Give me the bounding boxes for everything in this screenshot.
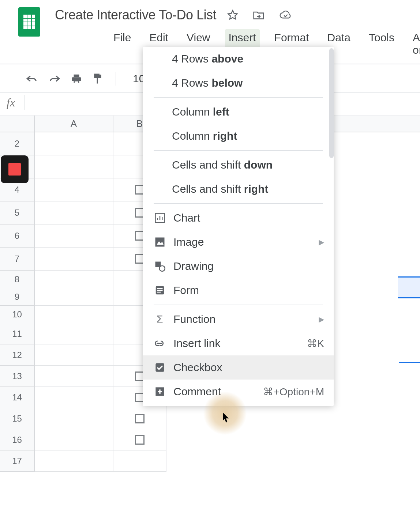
menu-separator <box>154 203 323 204</box>
move-folder-icon[interactable] <box>253 10 265 20</box>
row-header[interactable]: 7 <box>0 248 35 271</box>
link-icon <box>154 337 166 350</box>
insert-drawing[interactable]: Drawing <box>143 254 334 278</box>
insert-cells-shift-down[interactable]: Cells and shift down <box>143 153 334 177</box>
paint-format-icon[interactable] <box>92 73 103 84</box>
undo-icon[interactable] <box>26 74 38 83</box>
plus-icon <box>154 385 166 398</box>
insert-image[interactable]: Image ▶ <box>143 230 334 254</box>
drawing-icon <box>154 260 166 272</box>
cloud-saved-icon <box>279 10 292 20</box>
redo-icon[interactable] <box>48 74 61 83</box>
form-icon <box>154 284 166 297</box>
menu-file[interactable]: File <box>110 29 135 59</box>
recorder-badge <box>1 155 29 183</box>
star-icon[interactable] <box>227 10 238 20</box>
sheets-app-icon <box>18 7 40 37</box>
row-header[interactable]: 10 <box>0 306 35 323</box>
row-header[interactable]: 8 <box>0 271 35 288</box>
svg-point-5 <box>160 266 165 271</box>
selection-edge <box>399 362 420 363</box>
insert-checkbox[interactable]: Checkbox <box>143 355 334 380</box>
insert-rows-below[interactable]: 4 Rows below <box>143 71 334 95</box>
insert-column-left[interactable]: Column left <box>143 100 334 124</box>
mouse-cursor <box>222 412 230 423</box>
sigma-icon: Σ <box>154 313 166 325</box>
selection-indicator <box>398 276 420 298</box>
row-header[interactable]: 17 <box>0 450 35 472</box>
fx-label: fx <box>7 96 15 109</box>
print-icon[interactable] <box>71 73 82 84</box>
insert-comment[interactable]: Comment ⌘+Option+M <box>143 380 334 404</box>
document-title[interactable]: Create Interactive To-Do List <box>55 7 216 23</box>
checkbox-cell[interactable] <box>135 435 145 445</box>
svg-marker-0 <box>228 11 237 19</box>
svg-rect-7 <box>157 288 163 289</box>
menu-addons[interactable]: Add-ons <box>409 29 420 59</box>
row-header[interactable]: 9 <box>0 288 35 306</box>
row-header[interactable]: 15 <box>0 408 35 429</box>
row-header[interactable]: 13 <box>0 366 35 387</box>
insert-menu-dropdown: 4 Rows above 4 Rows below Column left Co… <box>143 47 334 406</box>
insert-function[interactable]: Σ Function ▶ <box>143 307 334 331</box>
insert-rows-above[interactable]: 4 Rows above <box>143 47 334 71</box>
row-header[interactable]: 5 <box>0 201 35 225</box>
checkbox-icon <box>154 361 166 374</box>
fx-divider <box>24 95 25 110</box>
insert-column-right[interactable]: Column right <box>143 124 334 148</box>
insert-form[interactable]: Form <box>143 278 334 302</box>
chevron-right-icon: ▶ <box>319 315 324 324</box>
image-icon <box>154 236 166 248</box>
insert-link[interactable]: Insert link ⌘K <box>143 331 334 355</box>
toolbar-separator <box>116 72 116 86</box>
row-header[interactable]: 14 <box>0 387 35 408</box>
insert-cells-shift-right[interactable]: Cells and shift right <box>143 177 334 201</box>
row-header[interactable]: 2 <box>0 132 35 155</box>
checkbox-cell[interactable] <box>135 414 145 423</box>
menu-separator <box>154 150 323 151</box>
row-header[interactable]: 16 <box>0 429 35 450</box>
insert-chart[interactable]: Chart <box>143 206 334 230</box>
svg-rect-9 <box>157 292 161 293</box>
chart-icon <box>154 212 166 224</box>
row-header[interactable]: 6 <box>0 225 35 248</box>
svg-rect-2 <box>155 238 165 247</box>
menu-separator <box>154 305 323 305</box>
select-all-corner[interactable] <box>0 116 35 132</box>
row-header[interactable]: 12 <box>0 344 35 366</box>
menu-tools[interactable]: Tools <box>365 29 398 59</box>
svg-rect-8 <box>157 290 163 291</box>
col-header-a[interactable]: A <box>35 116 113 132</box>
row-header[interactable]: 11 <box>0 323 35 344</box>
menu-separator <box>154 97 323 98</box>
chevron-right-icon: ▶ <box>319 238 324 246</box>
shortcut-label: ⌘+Option+M <box>263 386 324 398</box>
shortcut-label: ⌘K <box>307 337 324 350</box>
